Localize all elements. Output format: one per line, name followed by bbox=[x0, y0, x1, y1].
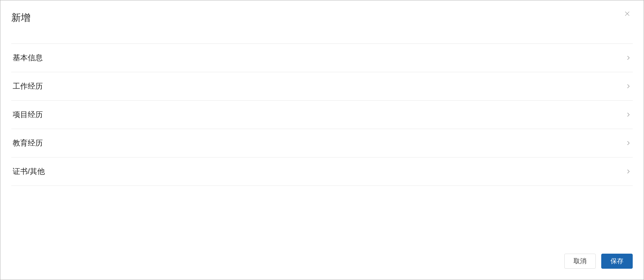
section-label: 项目经历 bbox=[13, 110, 43, 120]
save-button[interactable]: 保存 bbox=[601, 254, 633, 269]
section-label: 工作经历 bbox=[13, 81, 43, 91]
section-work-experience[interactable]: 工作经历 bbox=[11, 72, 633, 100]
section-project-experience[interactable]: 项目经历 bbox=[11, 100, 633, 129]
cancel-button[interactable]: 取消 bbox=[564, 254, 596, 269]
section-basic-info[interactable]: 基本信息 bbox=[11, 43, 633, 72]
modal-dialog: 新增 基本信息 工作经历 bbox=[0, 0, 644, 280]
chevron-right-icon bbox=[625, 83, 631, 89]
section-label: 证书/其他 bbox=[13, 166, 45, 177]
section-certificates-other[interactable]: 证书/其他 bbox=[11, 157, 633, 186]
chevron-right-icon bbox=[625, 140, 631, 146]
close-icon bbox=[624, 10, 631, 18]
section-education-experience[interactable]: 教育经历 bbox=[11, 129, 633, 157]
chevron-right-icon bbox=[625, 112, 631, 118]
modal-footer: 取消 保存 bbox=[0, 245, 644, 280]
section-list: 基本信息 工作经历 项目经历 bbox=[11, 43, 633, 186]
modal-body: 基本信息 工作经历 项目经历 bbox=[0, 43, 644, 245]
section-label: 基本信息 bbox=[13, 53, 43, 63]
chevron-right-icon bbox=[625, 168, 631, 175]
section-label: 教育经历 bbox=[13, 138, 43, 148]
modal-header: 新增 bbox=[0, 0, 644, 24]
close-button[interactable] bbox=[622, 9, 633, 20]
chevron-right-icon bbox=[625, 55, 631, 61]
modal-title: 新增 bbox=[11, 11, 633, 24]
